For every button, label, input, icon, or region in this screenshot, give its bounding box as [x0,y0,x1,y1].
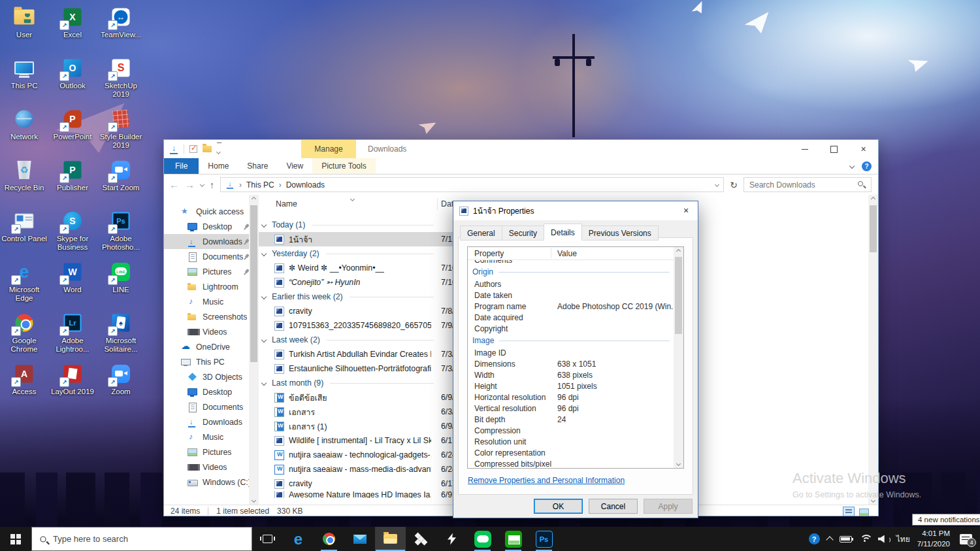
sidebar-item[interactable]: OneDrive [164,339,249,354]
taskbar-clock[interactable]: 4:01 PM 7/11/2020 [917,529,950,549]
breadcrumb-this-pc[interactable]: This PC [246,180,274,190]
desktop-icon[interactable]: Zoom [97,362,144,413]
dialog-titlebar[interactable]: 1น้าจ้า Properties × [453,201,698,220]
properties-scrollbar[interactable] [674,247,683,468]
scroll-down-icon[interactable] [871,498,875,503]
search-input[interactable]: Search Downloads [743,177,872,192]
tab-security[interactable]: Security [502,225,544,241]
scrollbar-thumb[interactable] [870,205,877,252]
sidebar-item[interactable]: Documents [164,399,249,414]
file-row[interactable]: Earlier this week (2) [259,290,436,304]
property-row[interactable]: Compression [468,425,674,436]
file-row[interactable]: 1น้าจ้า 7/1 [259,232,461,246]
desktop-icon[interactable]: Network [1,107,48,158]
sidebar-item[interactable]: Desktop [164,384,249,399]
breadcrumb-downloads[interactable]: Downloads [286,180,325,190]
scroll-up-icon[interactable] [676,249,681,254]
sidebar-item[interactable]: Desktop [164,219,249,234]
properties-checkbox-icon[interactable] [189,145,197,153]
customize-toolbar-caret-icon[interactable] [217,142,220,156]
property-row[interactable]: Authors [468,278,674,290]
taskbar-photoshop-button[interactable]: Ps [529,527,559,551]
desktop-icon[interactable]: ♠ Microsoft Solitaire... [97,311,144,362]
group-label[interactable]: Yesterday (2) [272,249,319,258]
sidebar-item[interactable]: Screenshots [164,309,249,324]
sidebar-item[interactable]: Documents [164,249,249,264]
sidebar-item[interactable]: Quick access [164,204,249,219]
property-row[interactable]: Date taken [468,290,674,301]
sort-direction-icon[interactable] [350,197,355,201]
sidebar-item[interactable]: Downloads [164,414,249,429]
sidebar-item[interactable]: Pictures [164,264,249,279]
tab-view[interactable]: View [277,158,312,174]
taskbar-search-input[interactable]: Type here to search [31,527,252,551]
desktop-icon[interactable]: P PowerPoint [49,107,96,158]
start-button[interactable] [0,527,31,551]
sidebar-item[interactable]: Lightroom [164,279,249,294]
address-bar[interactable]: ↓ › This PC › Downloads [220,177,724,192]
forward-icon[interactable]: → [185,179,195,190]
sidebar-item[interactable]: This PC [164,354,249,369]
desktop-icon[interactable]: A Access [1,362,48,413]
desktop-icon[interactable]: LINE LINE [97,260,144,311]
taskbar-file-explorer-button[interactable] [375,527,406,551]
file-row[interactable]: Turkish Artist Abdullah Evindar Creates … [259,347,461,361]
taskbar-mail-button[interactable] [344,527,375,551]
file-row[interactable]: 107915363_220335745689820_66570544... 7/… [259,318,461,333]
sidebar-item[interactable]: Music [164,294,249,309]
property-row[interactable]: Origin [468,265,674,278]
sidebar-item[interactable]: 3D Objects [164,369,249,384]
column-divider[interactable] [437,198,438,210]
close-button[interactable]: × [849,140,878,158]
desktop-icon[interactable]: P Publisher [49,158,96,209]
group-label[interactable]: Earlier this week (2) [272,292,343,301]
taskbar-photos-button[interactable] [498,527,529,551]
details-view-button[interactable] [843,507,855,516]
desktop-icon[interactable]: O Outlook [49,56,96,107]
minimize-button[interactable] [790,140,819,158]
file-row[interactable]: cravity 7/8/ [259,304,461,318]
column-name[interactable]: Name [276,199,297,209]
task-view-button[interactable] [252,527,283,551]
file-row[interactable]: Last month (9) [259,376,436,390]
file-row[interactable]: Awesome Nature Images HD Images Ia... 6/… [259,491,461,498]
hidden-icons-chevron-icon[interactable] [826,536,833,543]
tab-previous-versions[interactable]: Previous Versions [581,225,659,241]
property-row[interactable]: Compressed bits/pixel [468,458,674,469]
chevron-down-icon[interactable] [261,251,267,256]
scroll-up-icon[interactable] [252,197,256,201]
sidebar-scrollbar[interactable] [249,195,259,505]
cancel-button[interactable]: Cancel [589,499,638,514]
desktop-icon[interactable]: X Excel [49,5,96,56]
property-row[interactable]: Comments [468,260,674,265]
property-row[interactable]: Image ID [468,347,674,358]
action-center-button[interactable]: 4 [960,534,972,544]
battery-icon[interactable] [840,536,852,543]
file-list-scrollbar[interactable] [868,195,878,505]
file-row[interactable]: Wildlife [ instrumental] - Lil Tracy x L… [259,433,461,448]
explorer-titlebar[interactable]: ↓ Manage Downloads × [164,140,878,158]
property-row[interactable]: Date acquired [468,312,674,323]
new-folder-icon[interactable] [203,146,212,152]
property-row[interactable]: Resolution unit [468,436,674,447]
tab-file[interactable]: File [164,158,199,174]
chevron-down-icon[interactable] [261,294,267,299]
taskbar-line-button[interactable] [467,527,498,551]
scroll-down-icon[interactable] [252,498,256,503]
maximize-button[interactable] [819,140,849,158]
desktop-icon[interactable]: Ps Adobe Photosho... [97,209,144,260]
property-row[interactable]: Vertical resolution 96 dpi [468,403,674,414]
desktop-icon[interactable]: W Word [49,260,96,311]
sidebar-item[interactable]: Music [164,429,249,444]
desktop-icon[interactable]: ♻ Recycle Bin [1,158,48,209]
up-icon[interactable]: ↑ [210,180,214,190]
property-row[interactable]: Dimensions 638 x 1051 [468,358,674,369]
file-row[interactable]: Today (1) [259,218,436,232]
scroll-up-icon[interactable] [871,197,875,201]
file-row[interactable]: เอกสาร (1) 6/9/ [259,419,461,433]
ok-button[interactable]: OK [534,499,583,514]
tab-home[interactable]: Home [199,158,238,174]
sidebar-item[interactable]: Windows (C:) [164,475,249,490]
manage-contextual-tab[interactable]: Manage [301,140,356,158]
file-row[interactable]: “Conejito” ➳ HyunIn 7/10 [259,275,461,290]
